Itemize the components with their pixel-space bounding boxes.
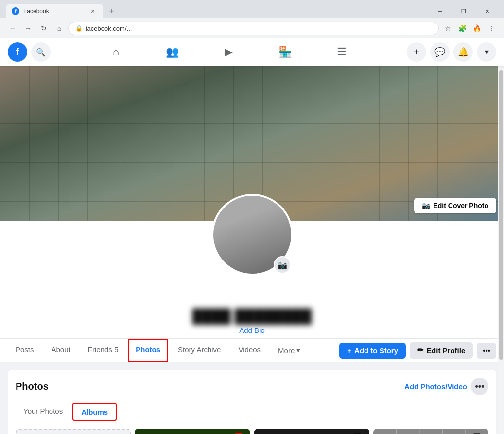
messenger-icon: 💬 bbox=[434, 47, 445, 57]
profile-more-options-button[interactable]: ••• bbox=[477, 343, 496, 359]
svg-rect-0 bbox=[135, 429, 250, 434]
album-thumb-dark bbox=[254, 429, 369, 434]
edit-cover-photo-button[interactable]: 📷 Edit Cover Photo bbox=[414, 198, 496, 213]
menu-icon: ☰ bbox=[337, 46, 347, 58]
home-button[interactable]: ⌂ bbox=[52, 21, 66, 35]
marketplace-icon: 🏪 bbox=[278, 46, 292, 58]
back-button[interactable]: ← bbox=[6, 21, 19, 35]
nav-item-more[interactable]: More ▾ bbox=[270, 339, 308, 362]
nav-item-photos[interactable]: Photos bbox=[128, 339, 168, 362]
nav-item-story-archive[interactable]: Story Archive bbox=[170, 339, 228, 362]
bookmark-button[interactable]: ☆ bbox=[441, 21, 454, 35]
plus-icon: + bbox=[347, 347, 351, 355]
photos-section-title: Photos bbox=[16, 381, 49, 392]
album-card-wall[interactable]: ••• bbox=[373, 429, 488, 434]
svg-rect-8 bbox=[373, 429, 488, 434]
tab-title: Facebook bbox=[23, 8, 85, 15]
profile-nav-items: Posts About Friends 5 Photos Story Archi… bbox=[8, 339, 337, 362]
pencil-icon: ✏ bbox=[417, 346, 424, 355]
minimize-button[interactable]: ─ bbox=[429, 4, 452, 18]
home-icon: ⌂ bbox=[113, 46, 119, 58]
window-controls: ─ ❐ ✕ bbox=[429, 4, 498, 18]
profile-nav-actions: + Add to Story ✏ Edit Profile ••• bbox=[339, 342, 496, 359]
album-card-dark[interactable]: ••• bbox=[254, 429, 369, 434]
profile-navigation: Posts About Friends 5 Photos Story Archi… bbox=[0, 338, 504, 362]
create-button[interactable]: + bbox=[407, 42, 426, 62]
photos-content-area: Photos Add Photos/Video ••• Your Photos … bbox=[0, 362, 504, 434]
restore-button[interactable]: ❐ bbox=[452, 4, 475, 18]
album-grid: + Create Album ••• bbox=[16, 429, 488, 434]
facebook-navbar: f 🔍 ⌂ 👥 ▶ 🏪 ☰ + 💬 bbox=[0, 38, 504, 66]
tab-albums[interactable]: Albums bbox=[72, 403, 117, 421]
photos-tabs: Your Photos Albums bbox=[16, 403, 488, 421]
address-bar[interactable]: 🔒 facebook.com/... bbox=[68, 22, 439, 35]
lock-icon: 🔒 bbox=[75, 25, 83, 32]
close-button[interactable]: ✕ bbox=[476, 4, 498, 18]
search-button[interactable]: 🔍 bbox=[31, 42, 51, 62]
photos-more-options-button[interactable]: ••• bbox=[471, 378, 488, 395]
search-icon: 🔍 bbox=[36, 48, 46, 57]
extensions-button[interactable]: 🧩 bbox=[455, 21, 469, 35]
album-card-spring[interactable]: ••• spring 1 Item Edit album Download Al… bbox=[135, 429, 250, 434]
chevron-down-icon: ▾ bbox=[485, 47, 489, 57]
account-menu-button[interactable]: ▾ bbox=[477, 42, 496, 62]
tab-your-photos[interactable]: Your Photos bbox=[16, 403, 70, 421]
messenger-button[interactable]: 💬 bbox=[430, 42, 450, 62]
create-album-thumb: + bbox=[16, 429, 131, 434]
forward-button[interactable]: → bbox=[21, 21, 35, 35]
nav-right: + 💬 🔔 ▾ bbox=[407, 42, 496, 62]
add-photos-video-button[interactable]: Add Photos/Video bbox=[404, 382, 467, 391]
browser-tab[interactable]: f Facebook × bbox=[6, 4, 103, 18]
edit-profile-button[interactable]: ✏ Edit Profile bbox=[410, 342, 473, 359]
camera-icon: 📷 bbox=[422, 202, 430, 209]
add-bio-link[interactable]: Add Bio bbox=[0, 326, 504, 334]
scrollbar[interactable] bbox=[498, 66, 504, 434]
new-tab-button[interactable]: + bbox=[105, 4, 119, 18]
notifications-icon: 🔔 bbox=[458, 47, 469, 57]
change-profile-photo-button[interactable]: 📷 bbox=[274, 256, 291, 274]
photos-header: Photos Add Photos/Video ••• bbox=[16, 378, 488, 395]
tab-close-button[interactable]: × bbox=[88, 7, 97, 16]
nav-watch-button[interactable]: ▶ bbox=[202, 40, 256, 64]
profile-section: 📷 ████ ████████ Add Bio Posts About Frie… bbox=[0, 221, 504, 362]
profile-avatar-button[interactable]: 🔥 bbox=[470, 21, 484, 35]
nav-center: ⌂ 👥 ▶ 🏪 ☰ bbox=[51, 40, 407, 64]
camera-icon: 📷 bbox=[278, 260, 287, 270]
browser-toolbar: ← → ↻ ⌂ 🔒 facebook.com/... ☆ 🧩 🔥 ⋮ bbox=[0, 18, 504, 38]
profile-name: ████ ████████ bbox=[0, 309, 504, 324]
add-to-story-button[interactable]: + Add to Story bbox=[339, 343, 406, 359]
svg-rect-5 bbox=[254, 429, 369, 434]
toolbar-actions: ☆ 🧩 🔥 ⋮ bbox=[441, 21, 498, 35]
facebook-favicon: f bbox=[12, 7, 19, 15]
nav-home-button[interactable]: ⌂ bbox=[89, 40, 143, 64]
nav-marketplace-button[interactable]: 🏪 bbox=[258, 40, 313, 64]
browser-chrome: f Facebook × + ─ ❐ ✕ ← → ↻ ⌂ 🔒 facebook.… bbox=[0, 0, 504, 38]
create-album-card[interactable]: + Create Album bbox=[16, 429, 131, 434]
browser-menu-button[interactable]: ⋮ bbox=[485, 21, 498, 35]
nav-item-videos[interactable]: Videos bbox=[230, 339, 268, 362]
nav-menu-button[interactable]: ☰ bbox=[314, 40, 369, 64]
nav-item-posts[interactable]: Posts bbox=[8, 339, 42, 362]
friends-icon: 👥 bbox=[166, 46, 179, 58]
refresh-button[interactable]: ↻ bbox=[37, 21, 51, 35]
notifications-button[interactable]: 🔔 bbox=[453, 42, 473, 62]
album-thumb-wall bbox=[373, 429, 488, 434]
profile-photo-container: 📷 bbox=[211, 194, 293, 276]
facebook-logo[interactable]: f bbox=[8, 42, 27, 62]
profile-name-text: ████ ████████ bbox=[192, 309, 312, 324]
nav-friends-button[interactable]: 👥 bbox=[145, 40, 200, 64]
photos-panel: Photos Add Photos/Video ••• Your Photos … bbox=[8, 370, 496, 434]
facebook-app: f 🔍 ⌂ 👥 ▶ 🏪 ☰ + 💬 bbox=[0, 38, 504, 434]
url-text: facebook.com/... bbox=[86, 25, 132, 32]
nav-item-about[interactable]: About bbox=[44, 339, 78, 362]
chevron-down-icon: ▾ bbox=[296, 346, 300, 355]
album-thumb-spring bbox=[135, 429, 250, 434]
browser-title-bar: f Facebook × + ─ ❐ ✕ bbox=[0, 0, 504, 18]
photos-header-actions: Add Photos/Video ••• bbox=[404, 378, 488, 395]
watch-icon: ▶ bbox=[225, 46, 233, 58]
nav-item-friends[interactable]: Friends 5 bbox=[80, 339, 126, 362]
scrollbar-thumb[interactable] bbox=[499, 70, 503, 360]
